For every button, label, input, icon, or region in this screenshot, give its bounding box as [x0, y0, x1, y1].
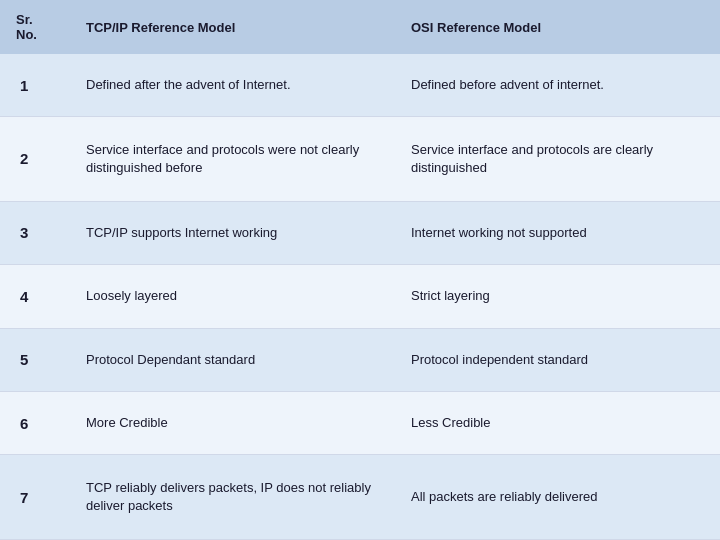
row-osi-6: Less Credible [395, 391, 720, 454]
table-row: 6More CredibleLess Credible [0, 391, 720, 454]
row-sr-1: 1 [0, 54, 70, 117]
table-row: 4Loosely layeredStrict layering [0, 265, 720, 328]
table-row: 7TCP reliably delivers packets, IP does … [0, 455, 720, 540]
row-sr-3: 3 [0, 201, 70, 264]
row-sr-6: 6 [0, 391, 70, 454]
row-sr-7: 7 [0, 455, 70, 540]
row-osi-5: Protocol independent standard [395, 328, 720, 391]
row-tcp-3: TCP/IP supports Internet working [70, 201, 395, 264]
header-tcp: TCP/IP Reference Model [70, 0, 395, 54]
row-osi-3: Internet working not supported [395, 201, 720, 264]
row-tcp-1: Defined after the advent of Internet. [70, 54, 395, 117]
row-tcp-7: TCP reliably delivers packets, IP does n… [70, 455, 395, 540]
table-row: 3TCP/IP supports Internet workingInterne… [0, 201, 720, 264]
row-osi-7: All packets are reliably delivered [395, 455, 720, 540]
row-sr-2: 2 [0, 117, 70, 202]
row-sr-5: 5 [0, 328, 70, 391]
table-row: 5Protocol Dependant standardProtocol ind… [0, 328, 720, 391]
header-sr: Sr. No. [0, 0, 70, 54]
row-osi-2: Service interface and protocols are clea… [395, 117, 720, 202]
row-tcp-2: Service interface and protocols were not… [70, 117, 395, 202]
table-row: 2Service interface and protocols were no… [0, 117, 720, 202]
row-tcp-4: Loosely layered [70, 265, 395, 328]
row-sr-4: 4 [0, 265, 70, 328]
header-osi: OSI Reference Model [395, 0, 720, 54]
table-row: 1Defined after the advent of Internet.De… [0, 54, 720, 117]
row-osi-1: Defined before advent of internet. [395, 54, 720, 117]
row-tcp-6: More Credible [70, 391, 395, 454]
row-tcp-5: Protocol Dependant standard [70, 328, 395, 391]
row-osi-4: Strict layering [395, 265, 720, 328]
